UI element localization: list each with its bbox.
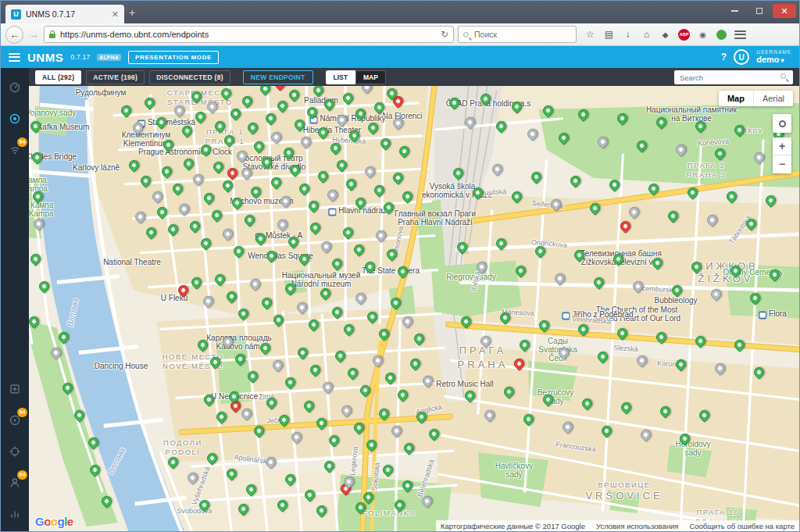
endpoint-marker[interactable] — [388, 295, 402, 309]
endpoint-marker[interactable] — [615, 111, 629, 125]
endpoint-marker[interactable] — [576, 322, 590, 336]
endpoint-marker[interactable] — [314, 503, 328, 517]
sidebar-item-discovery[interactable] — [1, 441, 29, 462]
endpoint-marker[interactable] — [362, 164, 377, 178]
endpoint-marker[interactable] — [372, 183, 386, 197]
endpoint-marker[interactable] — [28, 119, 42, 133]
tab-close-icon[interactable]: ✕ — [112, 9, 119, 20]
endpoint-marker[interactable] — [752, 365, 766, 379]
endpoint-marker[interactable] — [455, 240, 469, 254]
endpoint-marker[interactable] — [427, 427, 441, 441]
endpoint-marker[interactable] — [258, 86, 272, 96]
endpoint-marker[interactable] — [275, 217, 289, 231]
map-type-map-button[interactable]: Map — [719, 91, 753, 106]
app-menu-icon[interactable] — [9, 53, 20, 62]
endpoint-marker[interactable] — [259, 295, 273, 309]
endpoint-marker[interactable] — [341, 91, 355, 105]
endpoint-marker[interactable] — [400, 478, 414, 492]
endpoint-marker[interactable] — [277, 412, 291, 427]
endpoint-marker[interactable] — [654, 330, 668, 344]
endpoint-marker[interactable] — [211, 159, 225, 173]
endpoint-marker[interactable] — [212, 272, 227, 286]
endpoint-marker[interactable] — [509, 189, 523, 203]
endpoint-marker[interactable] — [56, 330, 70, 344]
endpoint-marker[interactable] — [521, 412, 535, 426]
url-bar[interactable]: ↻ — [44, 26, 454, 43]
endpoint-marker[interactable] — [144, 225, 158, 239]
filter-all-button[interactable]: ALL (292) — [35, 70, 81, 84]
user-menu[interactable]: USERNAME demo▾ — [756, 49, 791, 65]
endpoint-marker[interactable] — [389, 423, 403, 437]
endpoint-marker[interactable] — [295, 345, 309, 359]
endpoint-marker[interactable] — [513, 263, 527, 277]
endpoint-marker[interactable] — [646, 181, 660, 195]
endpoint-marker[interactable] — [358, 383, 372, 397]
addon-icon[interactable]: ◆ — [657, 27, 673, 43]
endpoint-marker[interactable] — [763, 193, 777, 207]
endpoint-marker[interactable] — [236, 502, 250, 516]
endpoint-marker[interactable] — [618, 219, 632, 233]
endpoint-marker[interactable] — [752, 150, 766, 164]
zoom-in-button[interactable]: + — [773, 137, 791, 155]
endpoint-marker[interactable] — [159, 164, 173, 178]
endpoint-marker[interactable] — [214, 409, 228, 423]
endpoint-marker[interactable] — [224, 289, 238, 303]
endpoint-marker[interactable] — [359, 86, 373, 95]
endpoint-marker[interactable] — [127, 158, 141, 172]
endpoint-marker[interactable] — [482, 408, 496, 422]
endpoint-marker[interactable] — [297, 181, 311, 195]
endpoint-marker[interactable] — [666, 209, 680, 223]
sidebar-item-devices[interactable]: 94 — [1, 410, 29, 430]
adblock-icon[interactable]: ABP — [676, 27, 692, 43]
bookmark-star-icon[interactable]: ☆ — [582, 27, 598, 43]
endpoint-marker[interactable] — [552, 271, 566, 285]
endpoint-marker[interactable] — [412, 331, 426, 345]
endpoint-marker[interactable] — [220, 227, 234, 241]
endpoint-marker[interactable] — [748, 291, 762, 305]
endpoint-marker[interactable] — [400, 314, 414, 328]
endpoint-marker[interactable] — [705, 212, 719, 227]
endpoint-marker[interactable] — [60, 380, 74, 395]
endpoint-marker[interactable] — [339, 403, 353, 417]
sidebar-item-wireless[interactable]: 94 — [1, 140, 29, 160]
endpoint-marker[interactable] — [341, 322, 355, 336]
endpoint-marker[interactable] — [673, 142, 688, 156]
endpoint-marker[interactable] — [556, 130, 570, 145]
endpoint-marker[interactable] — [308, 362, 322, 377]
endpoint-marker[interactable] — [580, 396, 594, 410]
endpoint-marker[interactable] — [31, 216, 45, 230]
endpoint-marker[interactable] — [189, 275, 203, 289]
attribution-report-link[interactable]: Сообщить об ошибке на карте — [689, 522, 795, 530]
endpoint-marker[interactable] — [712, 146, 727, 160]
endpoint-marker[interactable] — [225, 166, 239, 180]
endpoint-marker[interactable] — [334, 158, 348, 172]
endpoint-marker[interactable] — [462, 115, 477, 129]
endpoint-marker[interactable] — [352, 420, 366, 434]
endpoint-marker[interactable] — [320, 380, 334, 394]
endpoint-marker[interactable] — [634, 353, 648, 367]
endpoint-marker[interactable] — [188, 219, 202, 233]
endpoint-marker[interactable] — [377, 406, 391, 420]
endpoint-marker[interactable] — [275, 98, 289, 112]
endpoint-marker[interactable] — [599, 423, 613, 437]
list-view-button[interactable]: LIST — [326, 70, 355, 84]
endpoint-marker[interactable] — [302, 398, 316, 412]
endpoint-marker[interactable] — [685, 185, 699, 199]
endpoint-marker[interactable] — [142, 95, 156, 109]
endpoint-marker[interactable] — [397, 144, 411, 158]
endpoint-marker[interactable] — [525, 127, 539, 141]
endpoint-marker[interactable] — [537, 318, 551, 332]
endpoint-marker[interactable] — [275, 498, 289, 512]
endpoint-marker[interactable] — [344, 177, 358, 191]
endpoint-marker[interactable] — [306, 198, 320, 212]
endpoint-marker[interactable] — [333, 348, 347, 362]
endpoint-marker[interactable] — [271, 312, 285, 327]
endpoint-marker[interactable] — [316, 169, 330, 183]
new-tab-button[interactable]: + — [129, 7, 135, 18]
endpoint-marker[interactable] — [697, 408, 711, 422]
endpoint-marker[interactable] — [248, 277, 262, 291]
endpoint-marker[interactable] — [220, 178, 234, 192]
forward-button[interactable]: → — [27, 29, 40, 41]
endpoint-marker[interactable] — [72, 408, 86, 422]
sidebar-item-endpoints[interactable] — [1, 109, 29, 129]
